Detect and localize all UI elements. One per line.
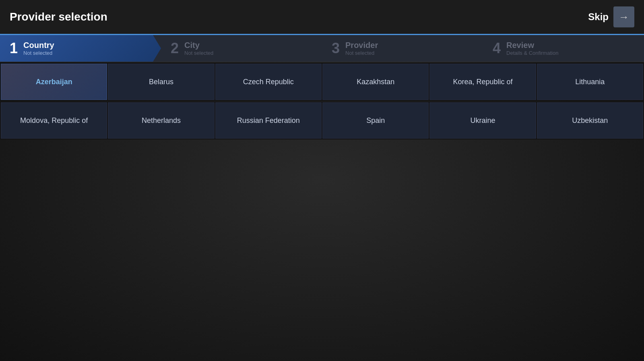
country-name-azerbaijan: Azerbaijan — [36, 78, 72, 86]
step-4-label: Review — [506, 41, 558, 50]
country-cell-ukraine[interactable]: Ukraine — [429, 102, 536, 139]
country-cell-spain[interactable]: Spain — [322, 102, 429, 139]
country-cell-moldova[interactable]: Moldova, Republic of — [1, 102, 107, 139]
country-grid-row1: Azerbaijan Belarus Czech Republic Kazakh… — [0, 63, 644, 101]
step-review[interactable]: 4 Review Details & Confirmation — [483, 35, 644, 62]
skip-arrow-button[interactable]: → — [613, 6, 634, 27]
step-2-label: City — [184, 41, 213, 50]
step-city[interactable]: 2 City Not selected — [161, 35, 322, 62]
country-cell-kazakhstan[interactable]: Kazakhstan — [322, 64, 429, 100]
steps-bar: 1 Country Not selected 2 City Not select… — [0, 35, 644, 62]
arrow-icon: → — [619, 11, 629, 23]
step-3-text: Provider Not selected — [345, 41, 378, 56]
step-country[interactable]: 1 Country Not selected — [0, 35, 161, 62]
step-3-number: 3 — [332, 41, 340, 56]
step-1-sublabel: Not selected — [23, 50, 54, 56]
country-cell-russian-federation[interactable]: Russian Federation — [215, 102, 322, 139]
step-2-number: 2 — [171, 41, 179, 56]
country-name-czech-republic: Czech Republic — [243, 78, 294, 86]
step-1-number: 1 — [10, 41, 18, 56]
country-name-ukraine: Ukraine — [470, 116, 495, 125]
country-grid-row2: Moldova, Republic of Netherlands Russian… — [0, 102, 644, 139]
country-cell-korea[interactable]: Korea, Republic of — [429, 64, 536, 100]
country-name-netherlands: Netherlands — [142, 116, 181, 125]
step-3-sublabel: Not selected — [345, 50, 378, 56]
step-4-sublabel: Details & Confirmation — [506, 50, 558, 56]
country-name-russian-federation: Russian Federation — [237, 116, 300, 125]
step-3-label: Provider — [345, 41, 378, 50]
header-actions: Skip → — [588, 6, 634, 27]
country-name-spain: Spain — [366, 116, 385, 125]
page-title: Provider selection — [10, 10, 107, 23]
country-cell-belarus[interactable]: Belarus — [108, 64, 214, 100]
step-4-text: Review Details & Confirmation — [506, 41, 558, 56]
step-4-number: 4 — [493, 41, 501, 56]
country-name-korea: Korea, Republic of — [453, 78, 512, 86]
country-cell-netherlands[interactable]: Netherlands — [108, 102, 214, 139]
country-cell-uzbekistan[interactable]: Uzbekistan — [537, 102, 643, 139]
header: Provider selection Skip → — [0, 0, 644, 35]
step-2-text: City Not selected — [184, 41, 213, 56]
skip-button[interactable]: Skip — [588, 11, 609, 23]
country-cell-czech-republic[interactable]: Czech Republic — [215, 64, 322, 100]
country-name-kazakhstan: Kazakhstan — [357, 78, 394, 86]
country-cell-azerbaijan[interactable]: Azerbaijan — [1, 64, 107, 100]
country-name-belarus: Belarus — [149, 78, 173, 86]
step-1-text: Country Not selected — [23, 41, 54, 56]
step-2-sublabel: Not selected — [184, 50, 213, 56]
country-name-uzbekistan: Uzbekistan — [572, 116, 608, 125]
country-cell-lithuania[interactable]: Lithuania — [537, 64, 643, 100]
country-name-moldova: Moldova, Republic of — [20, 116, 88, 125]
step-1-label: Country — [23, 41, 54, 50]
country-name-lithuania: Lithuania — [575, 78, 605, 86]
step-provider[interactable]: 3 Provider Not selected — [322, 35, 483, 62]
